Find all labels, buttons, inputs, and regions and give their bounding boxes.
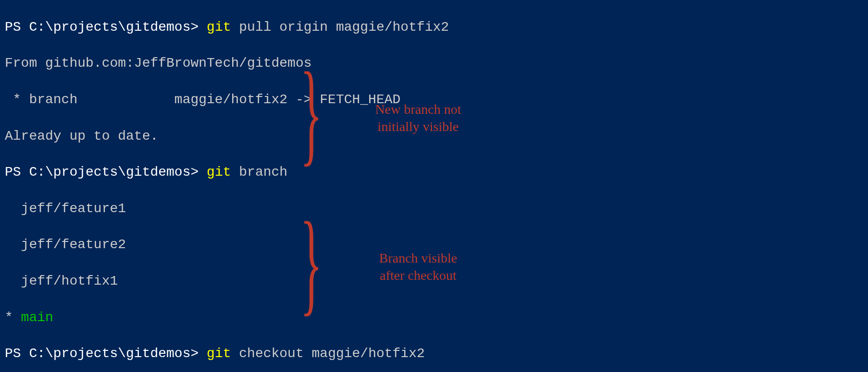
annotation-text: New branch not initially visible: [346, 101, 490, 136]
command-args: checkout maggie/hotfix2: [239, 346, 424, 361]
annotation-brace-icon: }: [300, 66, 322, 158]
ps-prompt: PS C:\projects\gitdemos>: [5, 346, 207, 361]
branch-line: jeff/feature1: [5, 200, 868, 218]
prompt-line: PS C:\projects\gitdemos> git checkout ma…: [5, 345, 868, 363]
ps-prompt: PS C:\projects\gitdemos>: [5, 165, 207, 180]
terminal-output: PS C:\projects\gitdemos> git pull origin…: [5, 0, 868, 372]
annotation-brace-icon: }: [300, 216, 322, 308]
current-branch-name: main: [21, 310, 53, 325]
git-command: git: [207, 20, 239, 35]
command-args: pull origin maggie/hotfix2: [239, 20, 449, 35]
command-args: branch: [239, 165, 287, 180]
prompt-line: PS C:\projects\gitdemos> git branch: [5, 163, 868, 181]
git-command: git: [207, 346, 239, 361]
ps-prompt: PS C:\projects\gitdemos>: [5, 20, 207, 35]
annotation-text: Branch visible after checkout: [346, 250, 490, 285]
prompt-line: PS C:\projects\gitdemos> git pull origin…: [5, 18, 868, 36]
git-command: git: [207, 165, 239, 180]
output-line: From github.com:JeffBrownTech/gitdemos: [5, 54, 868, 72]
current-branch-line: * main: [5, 309, 868, 327]
